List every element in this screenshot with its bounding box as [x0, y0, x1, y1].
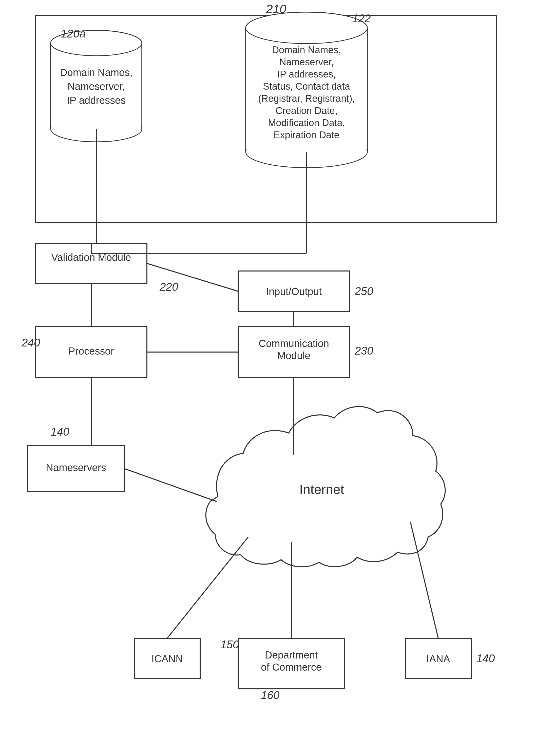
ref-220-label: 220 — [159, 281, 178, 293]
ref-150-label: 150 — [220, 638, 239, 651]
db2-line2: Nameserver, — [279, 57, 334, 68]
nameservers-label: Nameservers — [46, 462, 106, 473]
dept-commerce-line1: Department — [265, 649, 318, 660]
ref-160-label: 160 — [261, 689, 280, 701]
db1-line2: Nameserver, — [68, 81, 125, 92]
ref-250-label: 250 — [354, 285, 373, 297]
icann-label: ICANN — [152, 653, 183, 664]
svg-point-15 — [246, 12, 367, 43]
db2-line6: Creation Date, — [275, 105, 337, 116]
ref-230-label: 230 — [354, 345, 373, 357]
ref-122-label: 122 — [352, 12, 371, 25]
processor-label: Processor — [69, 346, 114, 357]
dept-commerce-line2: of Commerce — [261, 661, 322, 673]
db2-line7: Modification Data, — [268, 118, 345, 128]
ref-140-nameservers-label: 140 — [51, 426, 70, 438]
db2-line5: (Registrar, Registrant), — [258, 93, 355, 104]
ref-120a-label: 120a — [61, 27, 86, 40]
internet-label: Internet — [299, 482, 344, 497]
db2-line1: Domain Names, — [272, 44, 341, 55]
db2-line8: Expiration Date — [273, 130, 339, 140]
communication-module-line1: Communication — [259, 338, 329, 349]
diagram-container: 210 Domain Names, Nameserver, IP address… — [0, 0, 535, 756]
db2-line3: IP addresses, — [277, 69, 336, 79]
input-output-label: Input/Output — [266, 286, 322, 297]
iana-label: IANA — [426, 653, 450, 664]
db1-line3: IP addresses — [67, 95, 126, 106]
ref-140-iana-label: 140 — [476, 652, 495, 664]
db2-line4: Status, Contact data — [263, 81, 350, 92]
communication-module-line2: Module — [277, 350, 310, 361]
ref-240-label: 240 — [21, 336, 40, 349]
db1-line1: Domain Names, — [60, 67, 133, 78]
